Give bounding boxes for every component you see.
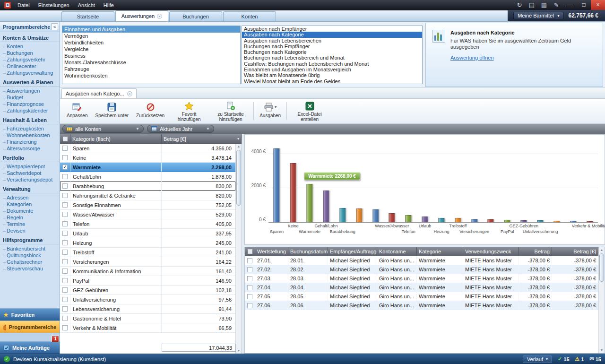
maximize-button[interactable]: □ <box>577 0 591 10</box>
row-checkbox[interactable] <box>247 258 252 263</box>
calculator-icon[interactable]: ▦ <box>538 0 550 10</box>
bar-wasser-abwasser[interactable] <box>389 213 395 222</box>
sidebar-item-adressen[interactable]: Adressen <box>0 194 60 201</box>
row-checkbox[interactable] <box>62 250 68 255</box>
sidebar-item-steuervorschau[interactable]: Steuervorschau <box>0 265 60 272</box>
amount-column-header[interactable]: Betrag [€] ▾ <box>162 134 242 143</box>
category-row-lebensversicherung[interactable]: Lebensversicherung91,44 <box>60 304 235 314</box>
tab-close-icon[interactable]: × <box>157 14 162 19</box>
tx-column-header-wertstellung[interactable]: Wertstellung <box>255 247 288 256</box>
report-item-ausgaben-nach-empfänger[interactable]: Ausgaben nach Empfänger <box>242 26 422 32</box>
transaction-row[interactable]: 27.06.28.06.Michael SiegfriedGiro Hans u… <box>245 301 605 310</box>
sidebar-item-buchungen[interactable]: Buchungen <box>0 50 60 56</box>
bar-barabhebung[interactable] <box>339 208 346 222</box>
tx-column-header-buchungsdatum[interactable]: Buchungsdatum <box>288 247 328 256</box>
toolbar-button-zurücksetzen[interactable]: Zurücksetzen <box>132 100 168 122</box>
sidebar-item-versicherungsdepot[interactable]: Versicherungsdepot <box>0 176 60 183</box>
category-row-barabhebung[interactable]: Barabhebung830,00 <box>60 182 235 191</box>
bar-lebensversicherung[interactable] <box>553 221 560 222</box>
status-counter-mail[interactable]: ✉15 <box>590 356 601 362</box>
tx-column-header-empfänger-auftraggeber[interactable]: Empfänger/Auftraggeber <box>328 247 377 256</box>
bar-verkehr-mobilität[interactable] <box>587 221 593 222</box>
bar-unfallversicherung[interactable] <box>537 220 544 222</box>
category-row-nahrungsmittel-getränke[interactable]: Nahrungsmittel & Getränke820,00 <box>60 191 235 200</box>
row-checkbox[interactable] <box>62 202 68 208</box>
category-row-gez-gebühren[interactable]: GEZ-Gebühren102,18 <box>60 286 235 295</box>
transaction-row[interactable]: 27.01.28.01.Michael SiegfriedGiro Hans u… <box>245 256 605 265</box>
sync-icon[interactable]: ↻ <box>513 0 526 10</box>
transaction-row[interactable]: 27.02.28.02.Michael SiegfriedGiro Hans u… <box>245 265 605 274</box>
report-item-ausgaben-nach-lebensbereichen[interactable]: Ausgaben nach Lebensbereichen <box>242 38 422 43</box>
bar-paypal[interactable] <box>504 220 510 222</box>
sidebar-item-zahlungsverwaltung[interactable]: Zahlungsverwaltung <box>0 69 60 76</box>
row-checkbox[interactable] <box>62 259 68 264</box>
sidebar-item-zahlungskalender[interactable]: Zahlungskalender <box>0 107 60 114</box>
group-item-fahrzeuge[interactable]: Fahrzeuge <box>62 66 240 72</box>
row-checkbox[interactable] <box>62 325 68 330</box>
bar-sparen[interactable] <box>274 148 280 222</box>
row-checkbox[interactable] <box>62 278 68 283</box>
row-checkbox[interactable] <box>62 269 68 274</box>
group-item-monats-jahresabschlüsse[interactable]: Monats-/Jahresabschlüsse <box>62 59 240 66</box>
row-checkbox[interactable]: ✓ <box>62 165 68 170</box>
category-row-gastronomie-hotel[interactable]: Gastronomie & Hotel73,90 <box>60 314 235 323</box>
filter-alle-konten[interactable]: alle Konten▼ <box>62 125 144 133</box>
sidebar-item-auswertungen[interactable]: Auswertungen <box>0 87 60 94</box>
category-row-paypal[interactable]: PayPal146,90 <box>60 276 235 286</box>
sidebar-item-onlinecenter[interactable]: Onlinecenter <box>0 63 60 69</box>
toolbar-button-excel-datei-erstellen[interactable]: Excel-Datei erstellen <box>289 100 330 122</box>
sidebar-button-programmbereiche[interactable]: Programmbereiche <box>0 321 60 333</box>
toolbar-button-favorit-hinzufügen[interactable]: Favorit hinzufügen <box>168 100 210 122</box>
sidebar-item-fahrzeugkosten[interactable]: Fahrzeugkosten <box>0 125 60 132</box>
sidebar-item-bankenübersicht[interactable]: Bankenübersicht <box>0 245 60 252</box>
report-item-buchungen-nach-empfänger[interactable]: Buchungen nach Empfänger <box>242 43 422 49</box>
sidebar-collapse-button[interactable]: « <box>51 23 58 30</box>
row-checkbox[interactable] <box>62 146 68 151</box>
menu-einstellungen[interactable]: Einstellungen <box>34 0 74 10</box>
bar-keine[interactable] <box>290 163 296 222</box>
row-checkbox[interactable] <box>247 285 252 290</box>
category-row-unfallversicherung[interactable]: Unfallversicherung97,56 <box>60 295 235 304</box>
sidebar-item-termine[interactable]: Termine <box>0 221 60 227</box>
report-item-buchungen-nach-kategorie[interactable]: Buchungen nach Kategorie <box>242 49 422 55</box>
category-row-sparen[interactable]: Sparen4.356,00 <box>60 144 235 153</box>
category-row-telefon[interactable]: Telefon405,00 <box>60 219 235 229</box>
sidebar-item-quittungsblock[interactable]: Quittungsblock <box>0 252 60 259</box>
tab-auswertungen[interactable]: Auswertungen× <box>115 10 168 21</box>
transactions-scrollbar[interactable]: ▲ ▼ <box>598 247 605 353</box>
scrollbar-thumb[interactable] <box>236 150 241 206</box>
row-checkbox[interactable] <box>62 287 68 293</box>
tx-column-header-betrag[interactable]: Betrag [€] <box>552 247 598 256</box>
row-checkbox[interactable] <box>247 303 252 308</box>
status-counter-warning[interactable]: ⚠1 <box>575 356 584 362</box>
bar-telefon[interactable] <box>406 215 412 222</box>
bar-gez-gebühren[interactable] <box>521 220 527 222</box>
sidebar-item-budget[interactable]: Budget <box>0 94 60 101</box>
row-checkbox[interactable] <box>62 231 68 236</box>
report-item-buchungen-nach-lebensbereich-und-monat[interactable]: Buchungen nach Lebensbereich und Monat <box>242 55 422 61</box>
row-checkbox[interactable] <box>247 267 252 272</box>
menu-hilfe[interactable]: Hilfe <box>99 0 118 10</box>
report-tab[interactable]: Ausgaben nach Katego... × <box>61 88 137 98</box>
sidebar-item-finanzprognose[interactable]: Finanzprognose <box>0 101 60 107</box>
report-item-einnahmen-und-ausgaben-im-monatsvergleich[interactable]: Einnahmen und Ausgaben im Monatsvergleic… <box>242 67 422 72</box>
select-all-column-header[interactable] <box>60 134 70 143</box>
bar-versicherungen[interactable] <box>471 219 477 222</box>
scroll-down-icon[interactable]: ▼ <box>599 347 605 353</box>
bar-treibstoff[interactable] <box>455 218 461 222</box>
group-item-vermögen[interactable]: Vermögen <box>62 33 240 39</box>
bar-sonstige-einnahmen[interactable] <box>372 209 379 222</box>
sidebar-item-sachwertdepot[interactable]: Sachwertdepot <box>0 170 60 176</box>
menu-datei[interactable]: Datei <box>13 0 34 10</box>
sidebar-item-wertpapierdepot[interactable]: Wertpapierdepot <box>0 163 60 170</box>
filter-dropdown-icon[interactable]: ▾ <box>237 137 239 141</box>
sidebar-item-konten[interactable]: Konten <box>0 43 60 50</box>
row-checkbox[interactable] <box>62 240 68 245</box>
toolbar-button-speichern-unter[interactable]: Speichern unter <box>91 100 132 122</box>
bar-urlaub[interactable] <box>422 217 428 222</box>
category-row-warmmiete[interactable]: ✓Warmmiete2.268,00 <box>60 163 235 172</box>
row-checkbox[interactable] <box>62 155 68 160</box>
tab-startseite[interactable]: Startseite <box>61 11 114 21</box>
scroll-up-icon[interactable]: ▲ <box>599 247 605 253</box>
tx-column-header-verwendungszweck[interactable]: Verwendungszweck <box>463 247 519 256</box>
